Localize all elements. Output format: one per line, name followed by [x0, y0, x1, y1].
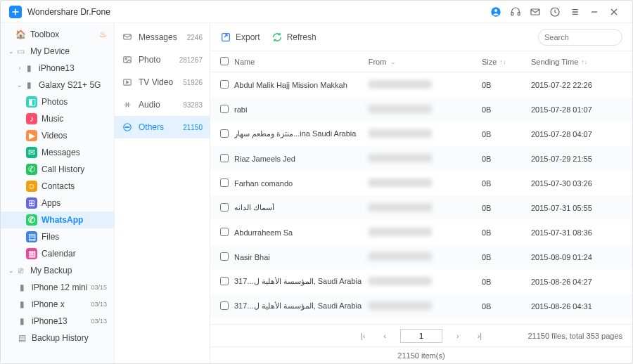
table-row[interactable]: Nasir Bhai 0B 2015-08-09 01:24 — [210, 245, 632, 269]
sidebar-messages[interactable]: ✉Messages — [1, 144, 114, 161]
sidebar-files[interactable]: ▤Files — [1, 228, 114, 245]
table-row[interactable]: rabi 0B 2015-07-28 01:07 — [210, 97, 632, 122]
sidebar-videos[interactable]: ▶Videos — [1, 127, 114, 144]
minimize-icon[interactable] — [584, 2, 604, 22]
sidebar-iphone13[interactable]: › ▮ iPhone13 — [1, 60, 114, 77]
row-checkbox[interactable] — [220, 228, 229, 236]
last-page-button[interactable]: ›| — [473, 330, 487, 342]
phone-icon: ▮ — [16, 282, 27, 293]
sidebar-item-label: iPhone x — [32, 299, 91, 309]
search-input[interactable] — [544, 33, 632, 41]
select-all-checkbox[interactable] — [220, 57, 229, 65]
phone-icon: ▮ — [16, 316, 27, 327]
table-row[interactable]: Abdul Malik Hajj Mission Makkah 0B 2015-… — [210, 72, 632, 97]
category-photo[interactable]: Photo 281267 — [115, 48, 210, 71]
export-button[interactable]: Export — [220, 32, 260, 43]
page-input[interactable] — [400, 329, 442, 343]
refresh-button[interactable]: Refresh — [271, 32, 316, 43]
close-icon[interactable] — [604, 2, 624, 22]
sidebar-whatsapp[interactable]: ✆WhatsApp — [1, 212, 114, 228]
sidebar-galaxy[interactable]: ⌄ ▮ Galaxy S21+ 5G — [1, 77, 114, 93]
account-icon[interactable] — [486, 2, 506, 22]
sidebar-item-label: iPhone13 — [32, 316, 91, 326]
chevron-down-icon: ⌄ — [390, 58, 396, 65]
cell-from — [369, 252, 482, 262]
cell-from — [369, 105, 482, 115]
table-row[interactable]: Farhan comando 0B 2015-07-30 03:26 — [210, 171, 632, 195]
tvvideo-icon — [122, 77, 133, 88]
sidebar-item-label: Files — [41, 232, 107, 242]
row-checkbox[interactable] — [220, 154, 229, 162]
sidebar-item-label: My Device — [30, 46, 107, 56]
svg-point-1 — [494, 9, 497, 12]
cell-time: 2015-07-31 08:36 — [531, 228, 622, 237]
sidebar-backup-history[interactable]: ▤Backup History — [1, 330, 114, 346]
row-checkbox[interactable] — [220, 129, 229, 138]
mail-icon[interactable] — [525, 2, 545, 22]
category-count: 51926 — [183, 79, 203, 86]
category-count: 2246 — [187, 34, 203, 41]
export-label: Export — [236, 32, 260, 42]
table-row[interactable]: 317...المؤسسة الأهلية ل, Saudi Arabia 0B… — [210, 294, 632, 318]
row-checkbox[interactable] — [220, 80, 229, 89]
sidebar-toolbox[interactable]: 🏠 Toolbox ♨ — [1, 26, 114, 43]
search-box[interactable] — [538, 29, 622, 46]
prev-page-button[interactable]: ‹ — [379, 330, 390, 342]
row-checkbox[interactable] — [220, 178, 229, 187]
sidebar-mydevice[interactable]: ⌄ ▭ My Device — [1, 43, 114, 60]
sidebar-contacts[interactable]: ☺Contacts — [1, 178, 114, 195]
sidebar-apps[interactable]: ⊞Apps — [1, 195, 114, 212]
cell-name: Abdul Malik Hajj Mission Makkah — [234, 81, 369, 89]
row-checkbox[interactable] — [220, 203, 229, 212]
column-from[interactable]: From⌄ — [369, 58, 482, 66]
cell-size: 0B — [482, 302, 531, 311]
sort-icon: ↑↓ — [581, 58, 587, 65]
table-row[interactable]: Riaz Jameels Jed 0B 2015-07-29 21:55 — [210, 146, 632, 171]
table-row[interactable]: 317...المؤسسة الأهلية ل, Saudi Arabia 0B… — [210, 269, 632, 294]
category-messages[interactable]: Messages 2246 — [115, 26, 210, 48]
sidebar-mybackup[interactable]: ⌄ ⎚ My Backup — [1, 262, 114, 279]
row-checkbox[interactable] — [220, 252, 229, 261]
category-label: Photo — [139, 55, 179, 65]
svg-point-11 — [125, 126, 126, 127]
cell-from — [369, 154, 482, 164]
table-row[interactable]: منتزة ومطعم سهار...ina Saudi Arabia 0B 2… — [210, 122, 632, 146]
table-row[interactable]: Abdurraheem Sa 0B 2015-07-31 08:36 — [210, 220, 632, 245]
row-checkbox[interactable] — [220, 301, 229, 310]
category-label: Messages — [139, 32, 187, 42]
column-time[interactable]: Sending Time↑↓ — [531, 58, 622, 66]
row-checkbox[interactable] — [220, 105, 229, 113]
first-page-button[interactable]: |‹ — [357, 330, 370, 342]
sidebar-backup-iphone12mini[interactable]: ▮iPhone 12 mini03/15 — [1, 279, 114, 296]
export-icon — [220, 32, 231, 43]
sidebar-backup-iphone13[interactable]: ▮iPhone1303/13 — [1, 313, 114, 330]
headset-icon[interactable] — [506, 2, 525, 22]
badge: 03/15 — [91, 284, 107, 291]
column-name[interactable]: Name — [234, 58, 369, 66]
pager-summary: 21150 files, total 353 pages — [528, 332, 622, 340]
sidebar-photos[interactable]: ◧Photos — [1, 93, 114, 110]
history-icon[interactable] — [545, 2, 565, 22]
device-icon: ▭ — [15, 46, 26, 57]
category-audio[interactable]: Audio 93283 — [115, 93, 210, 116]
next-page-button[interactable]: › — [452, 330, 463, 342]
cell-time: 2015-07-29 21:55 — [531, 155, 622, 163]
table-row[interactable]: أسماك الدانه 0B 2015-07-31 05:55 — [210, 195, 632, 220]
sidebar-callhistory[interactable]: ✆Call History — [1, 161, 114, 178]
sidebar-music[interactable]: ♪Music — [1, 110, 114, 127]
files-icon: ▤ — [26, 231, 37, 242]
column-size[interactable]: Size↑↓ — [482, 58, 531, 66]
category-others[interactable]: Others 21150 — [115, 116, 210, 138]
cell-from — [369, 203, 482, 213]
cell-from — [369, 301, 482, 311]
sidebar-calendar[interactable]: ▦Calendar — [1, 245, 114, 262]
sidebar-backup-iphonex[interactable]: ▮iPhone x03/13 — [1, 296, 114, 313]
svg-point-13 — [129, 126, 129, 127]
svg-point-8 — [125, 58, 127, 60]
sidebar-item-label: Call History — [41, 164, 107, 174]
row-checkbox[interactable] — [220, 277, 229, 285]
category-tvvideo[interactable]: TV Video 51926 — [115, 71, 210, 93]
cell-from — [369, 129, 482, 139]
cell-size: 0B — [482, 130, 531, 138]
menu-list-icon[interactable] — [565, 2, 584, 22]
